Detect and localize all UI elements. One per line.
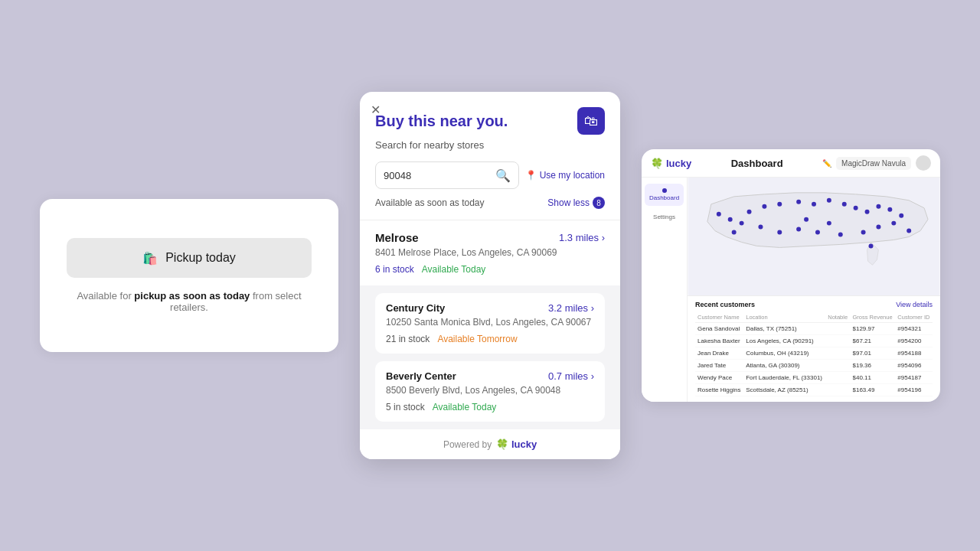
store-name: Century City <box>386 302 445 314</box>
cell-id: #954187 <box>895 372 933 384</box>
powered-by-text: Powered by <box>443 439 492 450</box>
cell-revenue: $40.11 <box>851 372 896 384</box>
table-header-row: Recent customers View details <box>695 301 933 308</box>
store-distance[interactable]: 0.7 miles › <box>548 370 594 382</box>
cell-notable <box>825 323 850 335</box>
cell-id: #954188 <box>895 347 933 360</box>
dashboard-main: Recent customers View details Customer N… <box>688 178 940 402</box>
search-icon[interactable]: 🔍 <box>495 168 511 183</box>
featured-store-name: Melrose <box>375 231 419 244</box>
lucky-icon: 🍀 <box>651 158 663 169</box>
svg-point-12 <box>899 214 903 218</box>
cell-location: Columbus, OH (43219) <box>743 347 825 360</box>
col-notable: Notable <box>825 312 850 323</box>
svg-point-6 <box>827 198 831 203</box>
store-item[interactable]: Century City 3.2 miles › 10250 Santa Mon… <box>375 293 605 354</box>
table-row: Jean Drake Columbus, OH (43219) $97.01 #… <box>695 347 933 360</box>
svg-point-2 <box>762 204 766 209</box>
store-name: Beverly Center <box>386 370 456 382</box>
featured-store-address: 8401 Melrose Place, Los Angeles, CA 9006… <box>375 247 605 258</box>
table-header: Customer Name Location Notable Gross Rev… <box>695 312 933 323</box>
svg-point-19 <box>777 230 782 235</box>
col-location: Location <box>743 312 825 323</box>
cell-id: #954321 <box>895 323 933 335</box>
use-location-button[interactable]: 📍 Use my location <box>525 170 605 181</box>
featured-store-name-row: Melrose 1.3 miles › <box>375 231 605 244</box>
table-row: Jared Tate Atlanta, GA (30309) $19.36 #9… <box>695 360 933 372</box>
svg-point-9 <box>865 210 870 214</box>
svg-point-15 <box>861 230 866 235</box>
cell-revenue: $97.01 <box>851 347 896 360</box>
store-availability: Available Tomorrow <box>437 334 517 344</box>
cell-id: #954200 <box>895 335 933 347</box>
svg-point-16 <box>838 233 843 237</box>
availability-row: Available as soon as today Show less 8 <box>375 197 605 209</box>
cell-revenue: $163.49 <box>851 384 896 396</box>
cell-name: Lakesha Baxter <box>695 335 743 347</box>
store-distance[interactable]: 3.2 miles › <box>548 302 594 314</box>
show-less-label: Show less <box>547 197 590 208</box>
modal-title: Buy this near you. <box>375 112 508 130</box>
svg-point-23 <box>717 212 721 217</box>
pickup-subtext: Available for pickup as soon as today fr… <box>64 290 314 313</box>
cell-name: Gena Sandoval <box>695 323 743 335</box>
col-customer-id: Customer ID <box>895 312 933 323</box>
store-item[interactable]: Beverly Center 0.7 miles › 8500 Beverly … <box>375 361 605 422</box>
modal-header: Buy this near you. 🛍 Search for nearby s… <box>360 92 620 209</box>
nav-indicator <box>662 188 667 193</box>
store-stock: 5 in stock <box>386 402 425 412</box>
modal-subtitle: Search for nearby stores <box>375 139 605 151</box>
table-row: Lakesha Baxter Los Angeles, CA (90291) $… <box>695 335 933 347</box>
cell-id: #954196 <box>895 384 933 396</box>
table-section: Recent customers View details Customer N… <box>688 296 940 402</box>
svg-point-25 <box>732 230 737 235</box>
store-address: 8500 Beverly Blvd, Los Angeles, CA 90048 <box>386 385 594 396</box>
svg-point-20 <box>758 225 763 230</box>
show-less-button[interactable]: Show less 8 <box>547 197 605 209</box>
sidebar-item-dashboard[interactable]: Dashboard <box>645 184 684 206</box>
cell-notable <box>825 372 850 384</box>
svg-point-3 <box>777 202 782 207</box>
modal-title-row: Buy this near you. 🛍 <box>375 107 605 135</box>
dashboard-actions: ✏️ MagicDraw Navula <box>822 155 931 171</box>
close-button[interactable]: ✕ <box>371 103 381 117</box>
table-row: Gena Sandoval Dallas, TX (75251) $129.97… <box>695 323 933 335</box>
bag-icon: 🛍 <box>577 107 605 135</box>
store-name-row: Beverly Center 0.7 miles › <box>386 370 594 382</box>
featured-store-distance[interactable]: 1.3 miles › <box>559 232 605 243</box>
location-icon: 📍 <box>525 170 537 181</box>
svg-point-5 <box>812 202 816 207</box>
zip-search-box[interactable]: 90048 🔍 <box>375 161 519 189</box>
svg-point-28 <box>869 243 874 248</box>
svg-point-26 <box>827 221 831 226</box>
cell-revenue: $129.97 <box>851 323 896 335</box>
cell-location: Atlanta, GA (30309) <box>743 360 825 372</box>
pickup-today-button[interactable]: 🛍️ Pickup today <box>67 238 312 278</box>
cell-notable <box>825 335 850 347</box>
view-details-link[interactable]: View details <box>896 301 933 308</box>
magicdraw-button[interactable]: MagicDraw Navula <box>836 157 911 170</box>
svg-point-4 <box>796 200 801 204</box>
cell-notable <box>825 384 850 396</box>
dashboard-header: 🍀 lucky Dashboard ✏️ MagicDraw Navula <box>642 149 940 178</box>
svg-point-21 <box>740 221 744 226</box>
lucky-logo: 🍀 lucky <box>496 439 537 450</box>
edit-icon: ✏️ <box>822 159 831 168</box>
featured-store-availability: Available Today <box>422 264 486 275</box>
dashboard-body: Dashboard Settings <box>642 178 940 402</box>
svg-point-14 <box>876 225 880 230</box>
cell-name: Jared Tate <box>695 360 743 372</box>
cell-location: Scottsdale, AZ (85251) <box>743 384 825 396</box>
cell-name: Jean Drake <box>695 347 743 360</box>
featured-store: Melrose 1.3 miles › 8401 Melrose Place, … <box>360 220 620 285</box>
cell-name: Rosette Higgins <box>695 384 743 396</box>
cell-notable <box>825 360 850 372</box>
us-map <box>688 178 940 296</box>
pickup-button-label: Pickup today <box>165 251 236 265</box>
col-revenue: Gross Revenue <box>851 312 896 323</box>
zip-value: 90048 <box>384 170 411 181</box>
store-tags: 21 in stock Available Tomorrow <box>386 334 594 344</box>
sidebar-item-settings[interactable]: Settings <box>642 209 687 225</box>
cell-name: Wendy Pace <box>695 372 743 384</box>
cell-location: Los Angeles, CA (90291) <box>743 335 825 347</box>
